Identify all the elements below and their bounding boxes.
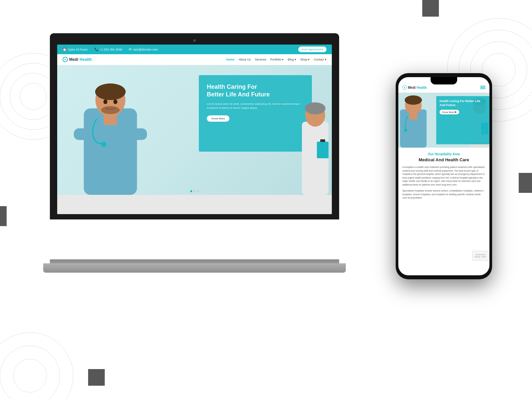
nav-home[interactable]: Home (226, 58, 234, 61)
phone-hero-btn-text: Know More (442, 111, 454, 113)
main-nav: Home About Us Services Portfolio ▾ Blog … (226, 58, 327, 61)
svg-rect-15 (74, 128, 100, 140)
nav-services[interactable]: Services (255, 58, 266, 61)
slider-dot-1[interactable] (190, 190, 192, 192)
logo-icon: ♥ (63, 57, 68, 62)
phone-screen: ♥ Medi Health (398, 77, 489, 275)
hamburger-line-2 (480, 87, 485, 88)
decorative-circles-bottom (0, 326, 80, 399)
doctor-image (67, 68, 154, 195)
svg-point-28 (405, 95, 422, 105)
svg-point-8 (13, 359, 47, 392)
bg-decoration-right (519, 173, 532, 193)
hero-title: Health Caring For Better Life And Future (207, 83, 304, 99)
svg-rect-14 (104, 115, 117, 125)
svg-rect-16 (120, 128, 147, 140)
hero-text-box: Health Caring For Better Life And Future… (199, 75, 312, 152)
topbar-phone: 📞 +1 203 356 3596 (94, 48, 122, 51)
bg-decoration-top (422, 0, 439, 17)
svg-rect-25 (320, 139, 325, 142)
phone-know-more-button[interactable]: Know More ▶ (440, 110, 459, 114)
recaptcha-badge: reCAPTCHAPrivacy · Terms (472, 251, 489, 261)
hamburger-menu-button[interactable] (480, 86, 485, 89)
topbar-email-text: care@domain.com (133, 48, 158, 51)
svg-point-23 (305, 102, 326, 114)
phone-hero-section: Health Caring For Better Life And Future… (398, 93, 489, 148)
phone-hero-title: Health Caring For Better Life And Future (440, 99, 486, 107)
laptop-camera (193, 39, 196, 42)
phone-frame: ♥ Medi Health (396, 73, 492, 279)
nav-portfolio[interactable]: Portfolio ▾ (270, 58, 284, 61)
arrow-icon: ▶ (455, 111, 457, 113)
phone-logo: ♥ Medi Health (402, 85, 427, 90)
bg-decoration-bottom (88, 369, 105, 386)
svg-point-1 (10, 73, 57, 120)
laptop-hinge (50, 259, 339, 263)
hero-description: Lorem ipsum dolor sit amet, consectetur … (207, 102, 304, 110)
phone-content-section: Our Hospitality Area Medical And Health … (398, 148, 489, 207)
svg-point-19 (113, 99, 117, 104)
slider-dot-2[interactable] (194, 190, 196, 192)
laptop-bezel: ⏰ Open 24 hours 📞 +1 203 356 3596 ✉ care… (50, 33, 339, 219)
doctor-image-right (299, 95, 332, 195)
nav-about[interactable]: About Us (238, 58, 251, 61)
topbar-phone-text: +1 203 356 3596 (100, 48, 122, 51)
laptop-screen: ⏰ Open 24 hours 📞 +1 203 356 3596 ✉ care… (57, 45, 332, 214)
nav-shop[interactable]: Shop ▾ (300, 58, 310, 61)
svg-point-18 (103, 99, 107, 104)
nav-contact[interactable]: Contact ▾ (314, 58, 327, 61)
slider-dots (190, 190, 199, 192)
website-navbar: ♥ Medi Health Home About Us Services Por… (57, 54, 332, 65)
laptop-foot (43, 263, 346, 273)
svg-rect-24 (317, 142, 329, 158)
phone-hero-text-box: Health Caring For Better Life And Future… (436, 96, 489, 144)
logo-medi: Medi (69, 57, 78, 62)
logo-health: Health (79, 57, 92, 62)
phone-logo-health: Health (417, 86, 427, 89)
svg-point-10 (0, 332, 73, 399)
svg-point-17 (101, 142, 106, 147)
hamburger-line-1 (480, 86, 485, 86)
bg-decoration-left (0, 206, 7, 226)
phone-device: ♥ Medi Health (396, 73, 492, 279)
phone-logo-medi: Medi (408, 86, 416, 89)
phone-section-subtitle: Our Hospitality Area (402, 152, 485, 156)
phone-section-text-2: Specialized hospitals include trauma cen… (402, 189, 485, 200)
recaptcha-text: reCAPTCHAPrivacy · Terms (475, 254, 486, 258)
phone-section-title: Medical And Health Care (402, 157, 485, 162)
book-appointment-button[interactable]: Book Appointment (298, 47, 327, 52)
hamburger-line-3 (480, 88, 485, 89)
phone-logo-icon: ♥ (402, 85, 407, 90)
phone-notch (431, 77, 457, 84)
slider-dot-3[interactable] (197, 190, 199, 192)
phone-section-text-1: A hospital is a health care institution … (402, 166, 485, 187)
svg-point-20 (101, 106, 120, 114)
svg-point-9 (0, 346, 60, 399)
nav-blog[interactable]: Blog ▾ (288, 58, 296, 61)
svg-rect-29 (409, 114, 417, 120)
site-logo: ♥ Medi Health (63, 57, 92, 62)
topbar-hours: ⏰ Open 24 hours (63, 48, 88, 51)
svg-point-30 (404, 129, 407, 132)
topbar-hours-text: Open 24 hours (68, 48, 88, 51)
laptop-device: ⏰ Open 24 hours 📞 +1 203 356 3596 ✉ care… (50, 33, 342, 273)
phone-doctor-left (398, 93, 428, 148)
website-topbar: ⏰ Open 24 hours 📞 +1 203 356 3596 ✉ care… (57, 45, 332, 54)
svg-point-13 (95, 83, 126, 100)
know-more-button[interactable]: Know More (207, 115, 229, 122)
laptop-base (43, 263, 346, 273)
topbar-email: ✉ care@domain.com (129, 48, 158, 51)
svg-point-0 (20, 83, 47, 110)
hero-section: Health Caring For Better Life And Future… (57, 65, 332, 195)
